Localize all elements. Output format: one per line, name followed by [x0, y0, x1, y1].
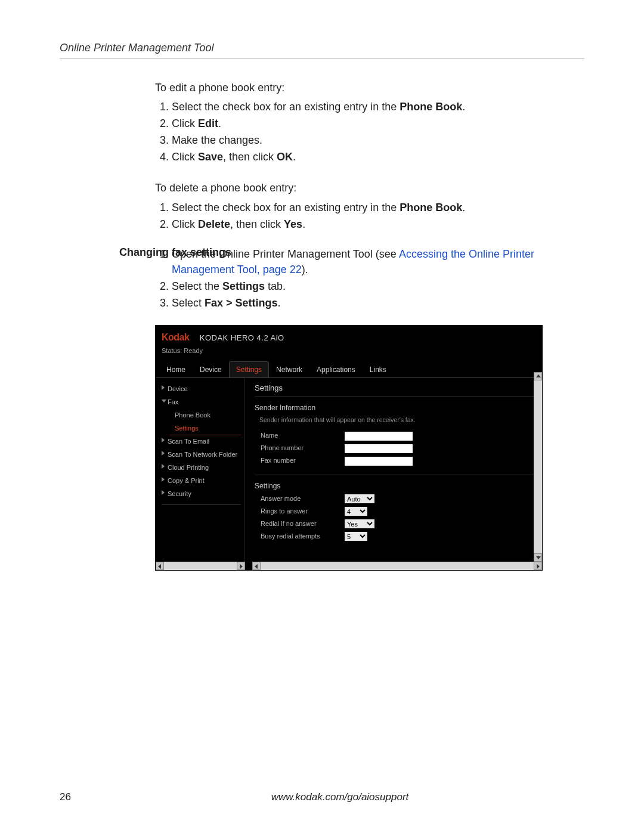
- delete-step2-pre: Click: [172, 218, 198, 230]
- sidebar-item-scan-to-email[interactable]: Scan To Email: [162, 435, 241, 448]
- delete-step2-bold1: Delete: [198, 218, 230, 230]
- delete-step2-post: .: [302, 218, 305, 230]
- edit-step1-post: .: [462, 101, 465, 113]
- edit-step2-post: .: [218, 117, 221, 129]
- tab-settings[interactable]: Settings: [229, 361, 269, 377]
- chevron-down-icon: [162, 400, 166, 402]
- rings-select[interactable]: 4: [344, 506, 368, 516]
- sender-info-title: Sender Information: [255, 403, 540, 413]
- fax-step2-bold: Settings: [222, 280, 265, 292]
- page-number: 26: [60, 791, 95, 803]
- edit-step1-bold: Phone Book: [400, 101, 462, 113]
- redial-select[interactable]: Yes: [344, 519, 375, 529]
- delete-step2-bold2: Yes: [284, 218, 302, 230]
- delete-step1-pre: Select the check box for an existing ent…: [172, 202, 400, 213]
- fax-step3-post: .: [278, 297, 281, 309]
- fax-label: Fax number: [261, 456, 344, 466]
- settings-group-title: Settings: [255, 481, 540, 491]
- chevron-right-icon: [162, 464, 165, 469]
- chevron-right-icon: [162, 451, 165, 456]
- edit-step2-pre: Click: [172, 117, 198, 129]
- sidebar-item-phone-book[interactable]: Phone Book: [162, 409, 241, 422]
- app-window: Kodak KODAK HERO 4.2 AiO Status: Ready H…: [155, 325, 543, 571]
- edit-step2-bold: Edit: [198, 117, 218, 129]
- tabbar: Home Device Settings Network Application…: [156, 363, 542, 378]
- sender-info-sub: Sender information that will appear on t…: [259, 416, 540, 425]
- phone-label: Phone number: [261, 444, 344, 453]
- sidebar-item-security[interactable]: Security: [162, 488, 241, 501]
- h-scroll-track-left: [156, 562, 245, 570]
- chevron-right-icon: [162, 477, 165, 482]
- edit-step4-bold1: Save: [198, 151, 223, 163]
- scroll-left-icon[interactable]: [156, 562, 164, 570]
- edit-step4-pre: Click: [172, 151, 198, 163]
- sidebar-item-copy-print[interactable]: Copy & Print: [162, 475, 241, 488]
- edit-step3: Make the changes.: [172, 132, 584, 148]
- edit-step4-post: .: [293, 151, 296, 163]
- edit-step4-bold2: OK: [277, 151, 293, 163]
- status-line: Status: Ready: [162, 346, 536, 356]
- delete-step1-bold: Phone Book: [400, 202, 462, 213]
- edit-steps: Select the check box for an existing ent…: [155, 99, 584, 165]
- scroll-left-icon[interactable]: [252, 562, 261, 570]
- content-pane: Settings Sender Information Sender infor…: [245, 378, 542, 571]
- fax-step1-post: ).: [302, 264, 308, 275]
- delete-step2-mid: , then click: [230, 218, 284, 230]
- tab-applications[interactable]: Applications: [309, 361, 363, 377]
- busy-label: Busy redial attempts: [261, 532, 344, 541]
- page-header: Online Printer Management Tool: [60, 42, 584, 58]
- sidebar-item-settings[interactable]: Settings: [162, 422, 241, 435]
- name-label: Name: [261, 431, 344, 441]
- tab-links[interactable]: Links: [363, 361, 394, 377]
- answer-mode-label: Answer mode: [261, 494, 344, 504]
- sidebar-item-scan-to-network-folder[interactable]: Scan To Network Folder: [162, 448, 241, 462]
- sidebar-item-device[interactable]: Device: [162, 383, 241, 396]
- name-input[interactable]: [344, 431, 413, 441]
- chevron-right-icon: [162, 490, 165, 495]
- scroll-down-icon[interactable]: [534, 553, 542, 562]
- sidebar-item-cloud-printing[interactable]: Cloud Printing: [162, 462, 241, 475]
- delete-step1-post: .: [462, 202, 465, 213]
- sidebar-item-fax[interactable]: Fax: [162, 396, 241, 409]
- sidebar: Device Fax Phone Book Settings Scan To E…: [156, 378, 245, 571]
- tab-network[interactable]: Network: [269, 361, 309, 377]
- sidebar-divider: [162, 504, 241, 505]
- fax-step3-pre: Select: [172, 297, 205, 309]
- kodak-model: KODAK HERO 4.2 AiO: [200, 333, 284, 342]
- busy-select[interactable]: 5: [344, 531, 368, 541]
- h-scroll-track-right: [252, 562, 534, 570]
- divider: [255, 475, 540, 475]
- tab-home[interactable]: Home: [159, 361, 193, 377]
- horizontal-scrollbar[interactable]: [156, 562, 542, 570]
- edit-step4-mid: , then click: [223, 151, 277, 163]
- fax-step2-pre: Select the: [172, 280, 222, 292]
- delete-steps: Select the check box for an existing ent…: [155, 200, 584, 232]
- redial-label: Redial if no answer: [261, 519, 344, 529]
- edit-step1-pre: Select the check box for an existing ent…: [172, 101, 400, 113]
- answer-mode-select[interactable]: Auto: [344, 494, 375, 504]
- fax-input[interactable]: [344, 456, 413, 466]
- fax-heading: Changing fax settings: [119, 246, 231, 259]
- edit-intro: To edit a phone book entry:: [155, 80, 584, 95]
- content-title: Settings: [255, 383, 540, 394]
- fax-step3-bold: Fax > Settings: [205, 297, 278, 309]
- fax-step2-post: tab.: [265, 280, 286, 292]
- vertical-scrollbar[interactable]: [534, 372, 542, 562]
- rings-label: Rings to answer: [261, 507, 344, 516]
- divider: [255, 397, 540, 397]
- phone-input[interactable]: [344, 444, 413, 454]
- footer-url: www.kodak.com/go/aiosupport: [95, 791, 584, 803]
- kodak-logo: Kodak: [162, 330, 189, 344]
- tab-device[interactable]: Device: [193, 361, 229, 377]
- chevron-right-icon: [162, 385, 165, 390]
- scroll-right-icon[interactable]: [534, 562, 542, 570]
- scroll-right-icon[interactable]: [237, 562, 245, 570]
- delete-intro: To delete a phone book entry:: [155, 180, 584, 196]
- scroll-up-icon[interactable]: [534, 372, 542, 380]
- chevron-right-icon: [162, 438, 165, 442]
